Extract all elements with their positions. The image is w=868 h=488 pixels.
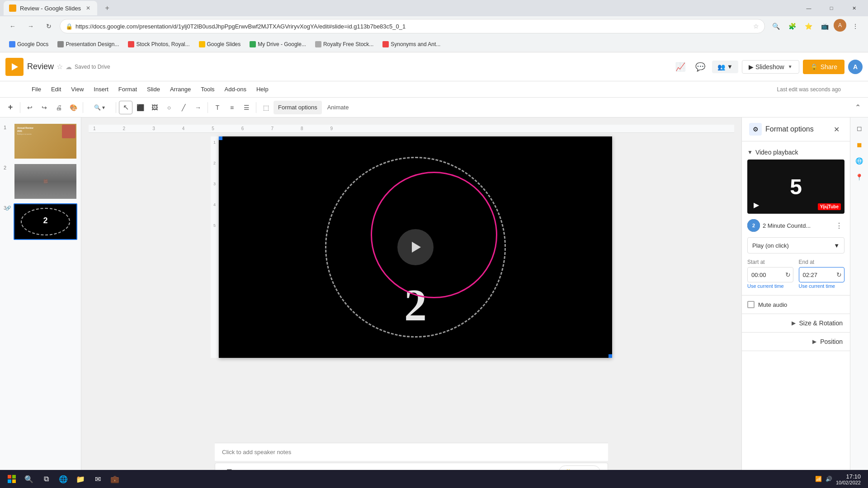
slideshow-button[interactable]: ▶ Slideshow ▼ bbox=[742, 60, 799, 74]
taskbar-edge-icon[interactable]: 🌐 bbox=[55, 471, 71, 487]
video-menu-button[interactable]: ⋮ bbox=[834, 220, 844, 231]
menu-format[interactable]: Format bbox=[114, 84, 142, 94]
slide-canvas[interactable]: 2 bbox=[219, 136, 612, 358]
back-button[interactable]: ← bbox=[5, 19, 20, 33]
slide-thumb-inner-2: 🧱 bbox=[14, 164, 76, 199]
bookmark-my-drive[interactable]: My Drive - Google... bbox=[246, 39, 310, 49]
play-mode-dropdown[interactable]: Play (on click) ▼ bbox=[747, 237, 844, 253]
taskbar-clock[interactable]: 17:10 10/02/2022 bbox=[836, 473, 861, 485]
zoom-button[interactable]: 🔍 ▾ bbox=[86, 101, 113, 114]
start-use-current-time-link[interactable]: Use current time bbox=[747, 283, 793, 289]
video-play-button[interactable] bbox=[397, 229, 434, 265]
maximize-button[interactable]: □ bbox=[821, 2, 842, 14]
fullscreen-button[interactable]: ⛶ bbox=[823, 204, 828, 210]
share-button[interactable]: 🔒 Share bbox=[803, 60, 844, 74]
slide-item-3[interactable]: 3 2 🔗 bbox=[0, 202, 81, 242]
slideshow-dropdown-icon[interactable]: ▼ bbox=[788, 64, 793, 69]
side-icon-1[interactable]: ◻ bbox=[852, 121, 867, 136]
menu-slide[interactable]: Slide bbox=[142, 84, 165, 94]
undo-button[interactable]: ↩ bbox=[23, 101, 37, 114]
bookmark-synonyms[interactable]: Synonyms and Ant... bbox=[379, 39, 444, 49]
shape-button[interactable]: ○ bbox=[162, 101, 176, 114]
close-button[interactable]: ✕ bbox=[844, 2, 864, 14]
menu-help[interactable]: Help bbox=[252, 84, 273, 94]
mute-audio-checkbox[interactable] bbox=[747, 301, 755, 308]
slide-thumbnail-3[interactable]: 2 bbox=[14, 203, 77, 240]
resize-handle-br[interactable] bbox=[609, 354, 612, 358]
panel-close-button[interactable]: ✕ bbox=[830, 123, 843, 136]
active-tab[interactable]: Review - Google Slides ✕ bbox=[4, 1, 97, 15]
size-rotation-header[interactable]: ▶ Size & Rotation bbox=[742, 314, 850, 332]
slide-item-2[interactable]: 2 🧱 bbox=[0, 161, 81, 202]
side-icon-4[interactable]: 📍 bbox=[852, 170, 867, 184]
search-icon[interactable]: 🔍 bbox=[769, 19, 783, 33]
taskbar-mail-icon[interactable]: ✉ bbox=[90, 471, 106, 487]
arrow-button[interactable]: → bbox=[191, 101, 205, 114]
video-preview-play-button[interactable]: ▶ bbox=[751, 199, 762, 210]
image-button[interactable]: 🖼 bbox=[148, 101, 161, 114]
user-avatar[interactable]: A bbox=[848, 60, 863, 74]
chart-icon[interactable]: 📈 bbox=[672, 59, 689, 75]
resize-handle-tl[interactable] bbox=[219, 136, 222, 140]
video-playback-header[interactable]: ▼ Video playback bbox=[747, 145, 844, 160]
end-refresh-icon[interactable]: ↻ bbox=[836, 271, 842, 278]
minimize-button[interactable]: — bbox=[798, 2, 819, 14]
list-button[interactable]: ☰ bbox=[240, 101, 253, 114]
text-tool[interactable]: T bbox=[211, 101, 224, 114]
menu-insert[interactable]: Insert bbox=[89, 84, 113, 94]
taskbar-explorer-icon[interactable]: 📁 bbox=[72, 471, 89, 487]
more-options-icon[interactable]: ⋮ bbox=[848, 19, 863, 33]
paint-format-button[interactable]: 🎨 bbox=[66, 101, 80, 114]
select-tool[interactable]: ↖ bbox=[119, 101, 132, 114]
layout-button[interactable]: ⬛ bbox=[133, 101, 147, 114]
menu-arrange[interactable]: Arrange bbox=[165, 84, 195, 94]
menu-file[interactable]: File bbox=[27, 84, 46, 94]
redo-button[interactable]: ↪ bbox=[38, 101, 51, 114]
taskbar-search-button[interactable]: 🔍 bbox=[21, 471, 37, 487]
bookmark-star-icon[interactable]: ⭐ bbox=[801, 19, 816, 33]
bookmark-presentation-design[interactable]: Presentation Design... bbox=[54, 39, 123, 49]
side-icon-2[interactable]: ◼ bbox=[852, 137, 867, 152]
format-options-button[interactable]: Format options bbox=[274, 101, 322, 114]
menu-edit[interactable]: Edit bbox=[47, 84, 66, 94]
bookmark-royalty-free[interactable]: Royalty Free Stock... bbox=[311, 39, 377, 49]
tab-close-button[interactable]: ✕ bbox=[85, 5, 92, 12]
end-use-current-time-link[interactable]: Use current time bbox=[799, 283, 845, 289]
bookmark-stock-photos[interactable]: Stock Photos, Royal... bbox=[124, 39, 193, 49]
address-bar[interactable]: 🔒 https://docs.google.com/presentation/d… bbox=[60, 19, 765, 33]
collaborate-button[interactable]: 👥 ▼ bbox=[712, 61, 738, 73]
comment-icon[interactable]: 💬 bbox=[692, 59, 708, 75]
new-tab-button[interactable]: + bbox=[101, 2, 113, 14]
menu-view[interactable]: View bbox=[66, 84, 88, 94]
bookmark-google-docs[interactable]: Google Docs bbox=[5, 39, 52, 49]
line-button[interactable]: ╱ bbox=[177, 101, 190, 114]
insert-button[interactable]: ⬚ bbox=[259, 101, 273, 114]
side-icon-3[interactable]: 🌐 bbox=[852, 154, 867, 168]
taskbar-teams-icon[interactable]: 💼 bbox=[107, 471, 123, 487]
collapse-button[interactable]: ⌃ bbox=[851, 101, 864, 114]
reload-button[interactable]: ↻ bbox=[42, 19, 56, 33]
add-button[interactable]: + bbox=[4, 101, 17, 114]
menu-tools[interactable]: Tools bbox=[196, 84, 219, 94]
start-refresh-icon[interactable]: ↻ bbox=[785, 271, 791, 278]
extensions-icon[interactable]: 🧩 bbox=[785, 19, 799, 33]
bookmark-google-slides[interactable]: Google Slides bbox=[195, 39, 245, 49]
print-button[interactable]: 🖨 bbox=[52, 101, 66, 114]
menu-addons[interactable]: Add-ons bbox=[220, 84, 251, 94]
cast-icon[interactable]: 📺 bbox=[817, 19, 832, 33]
slide-thumbnail-1[interactable]: Annual Review2021 Building on our succes… bbox=[14, 123, 77, 160]
star-icon[interactable]: ☆ bbox=[57, 62, 63, 71]
animate-button[interactable]: Animate bbox=[323, 101, 354, 114]
task-view-button[interactable]: ⧉ bbox=[38, 471, 54, 487]
forward-button[interactable]: → bbox=[24, 19, 38, 33]
position-header[interactable]: ▶ Position bbox=[742, 333, 850, 351]
align-button[interactable]: ≡ bbox=[225, 101, 239, 114]
bookmark-icon[interactable]: ☆ bbox=[753, 23, 759, 30]
start-button[interactable] bbox=[4, 471, 20, 487]
taskbar-wifi-icon[interactable]: 📶 bbox=[815, 476, 822, 482]
taskbar-volume-icon[interactable]: 🔊 bbox=[826, 476, 832, 482]
slide-item-1[interactable]: 1 Annual Review2021 Building on our succ… bbox=[0, 121, 81, 161]
user-profile-icon[interactable]: A bbox=[834, 19, 846, 32]
slide-thumbnail-2[interactable]: 🧱 bbox=[14, 163, 77, 200]
speaker-notes-bar[interactable]: Click to add speaker notes bbox=[215, 443, 608, 461]
